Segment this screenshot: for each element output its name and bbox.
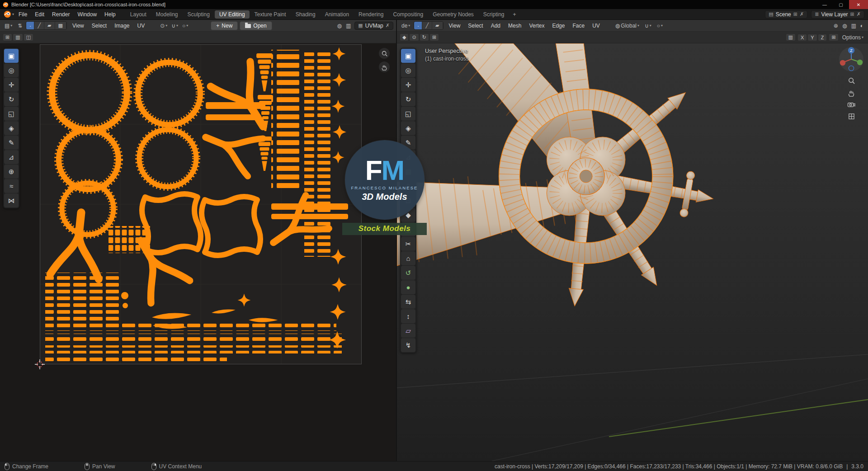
workspace-tab[interactable]: Texture Paint: [250, 10, 291, 19]
bevel-tool[interactable]: ◆: [401, 208, 415, 222]
menu-item[interactable]: Help: [101, 10, 119, 19]
menu-item[interactable]: Face: [569, 22, 588, 30]
workspace-tab[interactable]: Compositing: [388, 10, 428, 19]
overlays-toggle-icon[interactable]: ▥: [344, 22, 353, 30]
workspace-tab[interactable]: Scripting: [479, 10, 509, 19]
transform-orientation-dropdown[interactable]: ◍ Global ▾: [613, 22, 641, 30]
select-box-tool[interactable]: ▣: [401, 49, 415, 63]
menu-item[interactable]: Edit: [31, 10, 48, 19]
add-workspace-button[interactable]: +: [510, 11, 519, 18]
annotate-tool[interactable]: ✎: [401, 136, 415, 150]
smooth-tool[interactable]: ●: [401, 280, 415, 294]
camera-view-icon[interactable]: [847, 101, 855, 108]
uv-grab-tool[interactable]: ⊕: [4, 165, 19, 179]
transform-pivot-icon[interactable]: ◆: [400, 33, 409, 41]
unlink-scene-icon[interactable]: ✗: [800, 11, 804, 17]
uv-stencil-icon[interactable]: ▥: [13, 33, 23, 41]
rotate-tool[interactable]: ↻: [401, 92, 415, 106]
close-button[interactable]: ✕: [849, 0, 868, 9]
show-gizmo-icon[interactable]: ⊕: [832, 22, 840, 30]
menu-item[interactable]: View: [69, 22, 88, 30]
workspace-tab[interactable]: Animation: [321, 10, 354, 19]
snap-widget-icon[interactable]: ▥: [786, 33, 796, 41]
knife-tool[interactable]: ✂: [401, 237, 415, 251]
open-image-button[interactable]: Open: [240, 21, 272, 30]
uv-edge-select-button[interactable]: ╱: [34, 22, 44, 29]
menu-item[interactable]: UV: [589, 22, 604, 30]
options-dropdown[interactable]: Options ▾: [840, 33, 865, 42]
auto-merge-widget-icon[interactable]: ⊞: [829, 33, 838, 41]
uv-select-box-tool[interactable]: ▣: [4, 49, 19, 63]
shading-mode-icon[interactable]: ◐: [859, 22, 865, 30]
snap-magnet-icon[interactable]: ∪ ▾: [170, 22, 180, 30]
minimize-button[interactable]: —: [816, 0, 833, 9]
snap-magnet-icon[interactable]: ∪ ▾: [643, 22, 653, 30]
menu-item[interactable]: Select: [464, 22, 486, 30]
spin-tool[interactable]: ↺: [401, 266, 415, 280]
menu-item[interactable]: Select: [88, 22, 110, 30]
zoom-icon[interactable]: [379, 48, 390, 59]
navigation-gizmo[interactable]: Z: [838, 46, 864, 72]
add-cube-tool[interactable]: ▦: [401, 165, 415, 179]
menu-item[interactable]: Vertex: [525, 22, 548, 30]
pivot-point-icon[interactable]: ⊙ ▾: [158, 22, 169, 30]
uv-pinch-tool[interactable]: ⋈: [4, 193, 19, 207]
workspace-tab[interactable]: Modeling: [151, 10, 183, 19]
workspace-tab[interactable]: Geometry Nodes: [428, 10, 478, 19]
uv-canvas[interactable]: ▣◎✛↻◱◈✎⊿⊕≈⋈: [0, 43, 396, 461]
move-tool[interactable]: ✛: [401, 78, 415, 92]
menu-item[interactable]: File: [15, 10, 31, 19]
ortho-grid-icon[interactable]: [848, 113, 855, 120]
workspace-tab[interactable]: Shading: [291, 10, 320, 19]
menu-item[interactable]: Add: [487, 22, 504, 30]
mirror-axis-button[interactable]: Z: [818, 34, 827, 41]
uv-scale-tool[interactable]: ◱: [4, 107, 19, 121]
shear-tool[interactable]: ▱: [401, 324, 415, 338]
workspace-tab[interactable]: UV Editing: [215, 10, 250, 19]
uv-measure-tool[interactable]: ⊿: [4, 150, 19, 164]
uv-move-tool[interactable]: ✛: [4, 78, 19, 92]
edge-slide-tool[interactable]: ⇆: [401, 295, 415, 309]
uv-sync-selection-icon[interactable]: ⇅: [16, 22, 24, 30]
new-image-button[interactable]: + New: [211, 21, 238, 30]
blender-logo-icon[interactable]: [4, 10, 11, 18]
rip-region-tool[interactable]: ↯: [401, 338, 415, 352]
uv-rotate-tool[interactable]: ↻: [4, 92, 19, 106]
uv-relax-tool[interactable]: ≈: [4, 179, 19, 193]
remove-view-layer-icon[interactable]: ✗: [857, 11, 861, 17]
proportional-editing-icon[interactable]: ○ ▾: [655, 22, 665, 30]
mirror-axis-button[interactable]: X: [797, 34, 807, 41]
workspace-tab[interactable]: Rendering: [354, 10, 388, 19]
mode-dropdown[interactable]: de ▾: [400, 22, 412, 30]
vertex-mode-button[interactable]: ∙: [414, 22, 422, 29]
mirror-axis-button[interactable]: Y: [807, 34, 817, 41]
edge-mode-button[interactable]: ╱: [422, 22, 432, 29]
uv-annotate-tool[interactable]: ✎: [4, 136, 19, 150]
workspace-tab[interactable]: Layout: [126, 10, 151, 19]
viewport-3d-canvas[interactable]: User Perspective (1) cast-iron-cross ▣◎✛…: [397, 43, 868, 461]
scene-selector[interactable]: ▤ Scene ⊞ ✗: [765, 10, 807, 19]
menu-item[interactable]: Window: [74, 10, 100, 19]
cursor-tool[interactable]: ◎: [401, 63, 415, 77]
transform-tool[interactable]: ◈: [401, 121, 415, 135]
uv-clip-icon[interactable]: ◫: [24, 33, 33, 41]
editor-type-button[interactable]: ▤ ▾: [3, 22, 14, 30]
xray-toggle-icon[interactable]: ▥: [849, 22, 858, 30]
pan-hand-icon[interactable]: [379, 61, 390, 72]
viewport-3d-render[interactable]: [397, 43, 868, 461]
scale-tool[interactable]: ◱: [401, 107, 415, 121]
menu-item[interactable]: Render: [48, 10, 73, 19]
uv-island-select-button[interactable]: ▩: [55, 22, 66, 29]
auto-merge-icon[interactable]: ⊞: [429, 33, 439, 41]
show-overlays-icon[interactable]: ◍: [840, 22, 849, 30]
menu-item[interactable]: Mesh: [505, 22, 525, 30]
loop-cut-tool[interactable]: ◫: [401, 222, 415, 236]
workspace-tab[interactable]: Sculpting: [183, 10, 214, 19]
menu-item[interactable]: Edge: [548, 22, 568, 30]
new-scene-icon[interactable]: ⊞: [793, 11, 797, 17]
view-layer-selector[interactable]: ≣ View Layer ⊞ ✗: [811, 10, 864, 19]
uv-vertex-select-button[interactable]: ∙: [26, 22, 34, 29]
uv-islands[interactable]: [40, 44, 362, 364]
uv-paint-mask-icon[interactable]: ⊞: [3, 33, 12, 41]
snap-target-icon[interactable]: ⊙: [409, 33, 419, 41]
